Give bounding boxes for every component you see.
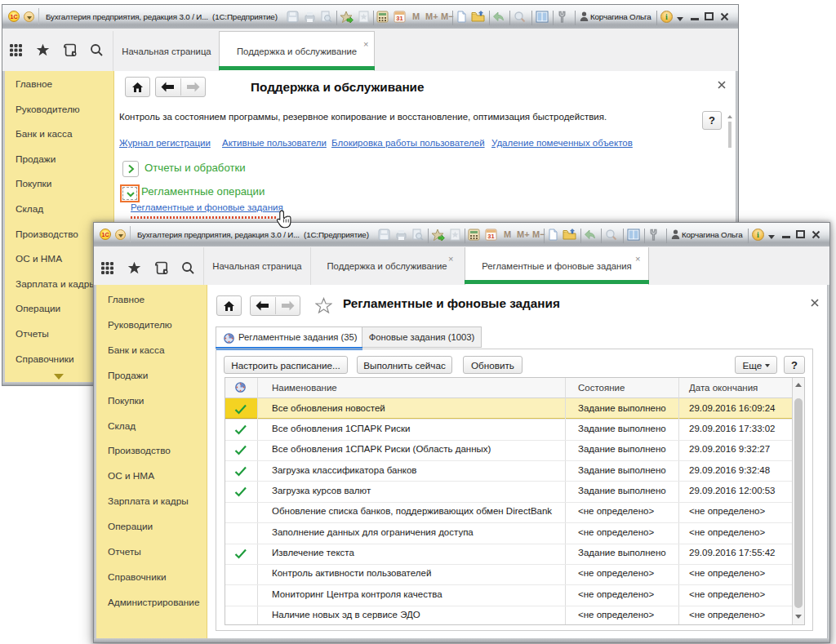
svg-text:31: 31 — [487, 233, 494, 240]
svg-text:31: 31 — [396, 15, 402, 22]
